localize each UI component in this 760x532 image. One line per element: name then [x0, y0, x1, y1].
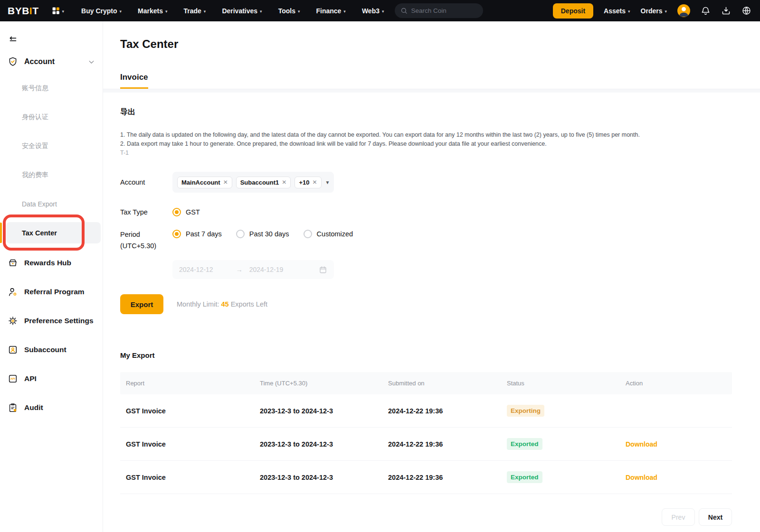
- remove-chip-icon[interactable]: ✕: [312, 179, 317, 186]
- apps-grid-button[interactable]: ▾: [51, 6, 65, 15]
- account-form-row: Account MainAccount✕ Subaccount1✕ +10✕ ▼: [120, 172, 732, 193]
- column-report: Report: [126, 380, 260, 387]
- caret-down-icon: ▾: [298, 9, 300, 14]
- nav-finance[interactable]: Finance▾: [316, 7, 345, 15]
- caret-down-icon: ▾: [120, 9, 122, 14]
- table-row: GST Invoice 2023-12-3 to 2024-12-3 2024-…: [120, 461, 732, 494]
- export-note-2: 2. Data export may take 1 hour to genera…: [120, 140, 732, 149]
- chevron-down-icon: [88, 58, 95, 65]
- deposit-button[interactable]: Deposit: [553, 3, 593, 19]
- chip-more-accounts[interactable]: +10✕: [294, 177, 321, 188]
- notifications-bell-icon[interactable]: [701, 6, 711, 16]
- caret-down-icon: ▾: [382, 9, 384, 14]
- tab-invoice[interactable]: Invoice: [120, 73, 148, 89]
- sidebar-item-rewards-hub[interactable]: Rewards Hub: [0, 248, 103, 277]
- sidebar-item-tax-center[interactable]: Tax Center: [0, 218, 103, 247]
- radio-past-30-days[interactable]: Past 30 days: [236, 230, 289, 238]
- submitted-cell: 2024-12-22 19:36: [388, 407, 507, 415]
- collapse-sidebar-icon[interactable]: [8, 35, 18, 45]
- report-cell: GST Invoice: [126, 474, 260, 481]
- remove-chip-icon[interactable]: ✕: [282, 179, 286, 186]
- export-button[interactable]: Export: [120, 294, 163, 314]
- status-badge: Exporting: [507, 405, 544, 417]
- sidebar-item-data-export[interactable]: Data Export: [0, 189, 103, 218]
- audit-icon: [8, 402, 18, 413]
- column-action: Action: [626, 380, 732, 387]
- period-field-label: Period (UTC+5.30): [120, 229, 172, 252]
- column-status: Status: [507, 380, 626, 387]
- prev-page-button[interactable]: Prev: [662, 508, 695, 526]
- time-cell: 2023-12-3 to 2024-12-3: [260, 474, 388, 481]
- radio-unselected-icon[interactable]: [236, 230, 245, 238]
- sidebar-item-identity-verification[interactable]: 身份认证: [0, 103, 103, 131]
- download-link[interactable]: Download: [626, 440, 657, 448]
- download-link[interactable]: Download: [626, 474, 657, 481]
- account-section-label: Account: [24, 57, 55, 66]
- nav-tools[interactable]: Tools▾: [278, 7, 300, 15]
- report-cell: GST Invoice: [126, 440, 260, 448]
- top-navigation-bar: BYBIT ▾ Buy Crypto▾ Markets▾ Trade▾ Deri…: [0, 0, 760, 21]
- caret-down-icon: ▾: [62, 9, 65, 14]
- radio-unselected-icon[interactable]: [304, 230, 312, 238]
- person-icon: [677, 4, 690, 17]
- radio-customized[interactable]: Customized: [304, 230, 353, 238]
- active-indicator-bar: [0, 223, 2, 243]
- downloads-icon[interactable]: [721, 6, 731, 16]
- remove-chip-icon[interactable]: ✕: [223, 179, 228, 186]
- sidebar-item-my-fee-rates[interactable]: 我的费率: [0, 160, 103, 189]
- account-multi-select[interactable]: MainAccount✕ Subaccount1✕ +10✕ ▼: [172, 172, 334, 193]
- search-input[interactable]: [411, 7, 468, 14]
- nav-markets[interactable]: Markets▾: [138, 7, 167, 15]
- time-cell: 2023-12-3 to 2024-12-3: [260, 440, 388, 448]
- monthly-limit-text: Monthly Limit: 45 Exports Left: [177, 300, 267, 308]
- chip-subaccount1[interactable]: Subaccount1✕: [236, 177, 291, 188]
- submitted-cell: 2024-12-22 19:36: [388, 474, 507, 481]
- radio-gst[interactable]: GST: [172, 208, 200, 216]
- referral-icon: [8, 287, 18, 297]
- subaccount-icon: [8, 345, 18, 355]
- dropdown-arrow-icon[interactable]: ▼: [325, 180, 330, 185]
- nav-web3[interactable]: Web3▾: [362, 7, 384, 15]
- my-export-title: My Export: [120, 351, 732, 359]
- language-globe-icon[interactable]: [741, 6, 751, 16]
- radio-selected-icon[interactable]: [172, 230, 181, 238]
- shield-check-icon: [8, 56, 18, 67]
- tab-bar-divider: [103, 89, 760, 93]
- sidebar-item-referral-program[interactable]: Referral Program: [0, 277, 103, 306]
- pagination: Prev Next: [120, 508, 732, 526]
- radio-past-7-days[interactable]: Past 7 days: [172, 230, 222, 238]
- sidebar-item-account-info[interactable]: 账号信息: [0, 74, 103, 103]
- sidebar-item-preference-settings[interactable]: Preference Settings: [0, 306, 103, 335]
- caret-down-icon: ▾: [204, 9, 206, 14]
- sidebar-item-security-settings[interactable]: 安全设置: [0, 131, 103, 160]
- column-time: Time (UTC+5.30): [260, 380, 388, 387]
- nav-trade[interactable]: Trade▾: [183, 7, 206, 15]
- date-from-value: 2024-12-12: [179, 266, 213, 273]
- orders-menu[interactable]: Orders▾: [641, 7, 667, 15]
- bybit-logo[interactable]: BYBIT: [8, 5, 39, 17]
- sidebar-item-audit[interactable]: Audit: [0, 393, 103, 422]
- calendar-icon: [319, 265, 327, 274]
- sidebar: Account 账号信息 身份认证 安全设置 我的费率 Data Export …: [0, 21, 103, 532]
- account-field-label: Account: [120, 178, 172, 186]
- sidebar-item-api[interactable]: API API: [0, 364, 103, 393]
- coin-search-box[interactable]: [395, 3, 483, 18]
- sidebar-menu: Rewards Hub Referral Program Preference …: [0, 248, 103, 422]
- user-avatar[interactable]: [677, 4, 690, 17]
- assets-menu[interactable]: Assets▾: [604, 7, 630, 15]
- radio-selected-icon[interactable]: [172, 208, 181, 216]
- limit-value: 45: [221, 300, 228, 308]
- caret-down-icon: ▾: [343, 9, 346, 14]
- main-menu: Buy Crypto▾ Markets▾ Trade▾ Derivatives▾…: [81, 7, 384, 15]
- table-row: GST Invoice 2023-12-3 to 2024-12-3 2024-…: [120, 394, 732, 428]
- period-form-row: Period (UTC+5.30) Past 7 days Past 30 da…: [120, 229, 732, 252]
- sidebar-item-account[interactable]: Account: [8, 56, 95, 67]
- chip-main-account[interactable]: MainAccount✕: [177, 177, 232, 188]
- date-range-picker[interactable]: 2024-12-12 → 2024-12-19: [172, 260, 334, 279]
- tax-type-field-label: Tax Type: [120, 208, 172, 216]
- caret-down-icon: ▾: [165, 9, 168, 14]
- nav-buy-crypto[interactable]: Buy Crypto▾: [81, 7, 122, 15]
- sidebar-item-subaccount[interactable]: Subaccount: [0, 335, 103, 364]
- next-page-button[interactable]: Next: [699, 508, 732, 526]
- nav-derivatives[interactable]: Derivatives▾: [222, 7, 262, 15]
